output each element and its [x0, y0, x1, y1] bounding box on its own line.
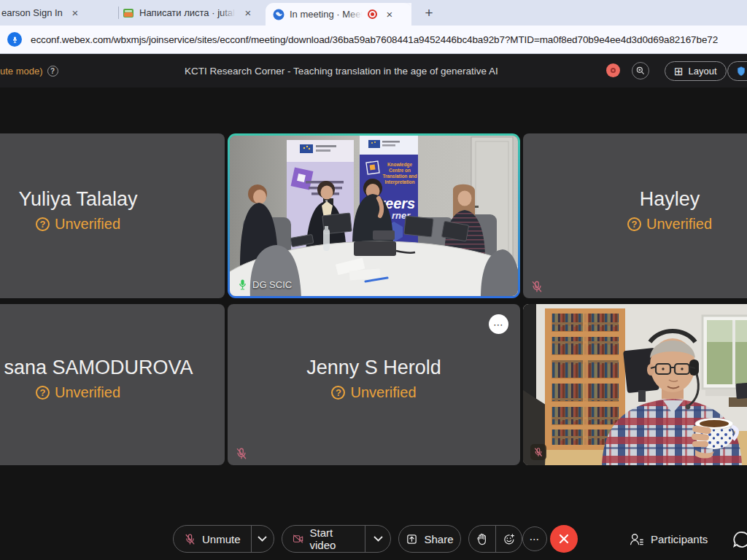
- new-tab-button[interactable]: +: [420, 4, 438, 22]
- share-label: Share: [424, 533, 453, 545]
- leave-meeting-button[interactable]: [550, 525, 578, 553]
- address-bar[interactable]: ecconf.webex.com/wbxmjs/joinservice/site…: [0, 26, 747, 54]
- video-grid: Yuliya Talalay ? Unverified: [0, 88, 747, 560]
- tab-pearson[interactable]: earson Sign In ×: [0, 0, 115, 26]
- unverified-question-icon: ?: [331, 386, 345, 400]
- tile-participant-video[interactable]: [523, 304, 747, 465]
- svg-text:Interpretation: Interpretation: [384, 179, 414, 185]
- tab-title: earson Sign In: [1, 7, 63, 18]
- url-text: ecconf.webex.com/wbxmjs/joinservice/site…: [31, 34, 718, 45]
- participant-video: [523, 304, 747, 465]
- start-video-button-group: Start video: [282, 525, 391, 553]
- status-badge: ? Unverified: [331, 384, 416, 401]
- layout-label: Layout: [689, 66, 717, 77]
- meeting-header: ute mode) ? KCTI Research Corner - Teach…: [0, 54, 747, 88]
- share-button[interactable]: Share: [398, 525, 461, 553]
- participants-icon: [629, 532, 644, 546]
- tab-title: In meeting · Meeting · We: [290, 9, 363, 20]
- mute-mode-note: ute mode) ?: [0, 54, 58, 88]
- unverified-question-icon: ?: [36, 217, 50, 231]
- tab-title: Написати листа · jutal@ukr.: [139, 7, 236, 18]
- svg-text:Knowledge: Knowledge: [387, 162, 413, 168]
- svg-text:Centre on: Centre on: [389, 168, 411, 173]
- chevron-down-icon: [374, 536, 383, 542]
- tab-meeting-active[interactable]: In meeting · Meeting · We ×: [266, 3, 411, 26]
- tile-dg-scic-active-border: Knowledge Centre on Translation and Inte…: [228, 133, 520, 298]
- unmute-label: Unmute: [202, 533, 241, 545]
- mail-favicon: [123, 7, 134, 19]
- chat-button[interactable]: [732, 530, 747, 549]
- close-icon[interactable]: ×: [383, 8, 396, 21]
- browser-tab-strip: earson Sign In × Написати листа · jutal@…: [0, 0, 747, 26]
- raised-hand-icon: [476, 533, 487, 545]
- mic-live-icon: [238, 279, 247, 290]
- raise-hand-button[interactable]: [469, 526, 495, 552]
- mic-muted-icon: [184, 533, 196, 545]
- smiley-add-icon: [503, 533, 515, 545]
- mic-muted-icon: [530, 280, 543, 293]
- meeting-controls: Unmute Start video: [0, 525, 747, 556]
- webex-favicon: [273, 9, 285, 20]
- meeting-title: KCTI Research Corner - Teaching translat…: [185, 54, 498, 88]
- reactions-button[interactable]: [495, 526, 522, 552]
- status-badge: ? Unverified: [36, 384, 120, 401]
- dg-scic-video: Knowledge Centre on Translation and Inte…: [230, 136, 518, 296]
- reactions-button-group: [468, 525, 522, 553]
- participant-name: Jenny S Herold: [306, 357, 441, 379]
- audio-options-button[interactable]: [251, 526, 274, 552]
- help-icon[interactable]: ?: [47, 66, 58, 77]
- chat-bubble-icon: [732, 530, 747, 549]
- tile-hayley[interactable]: Hayley ? Unverified: [523, 133, 747, 298]
- grid-icon: ⊞: [674, 66, 684, 77]
- unverified-question-icon: ?: [627, 217, 641, 231]
- tile-dg-scic[interactable]: Knowledge Centre on Translation and Inte…: [230, 136, 518, 296]
- start-video-label: Start video: [309, 526, 355, 551]
- unmute-button[interactable]: Unmute: [174, 526, 251, 552]
- assistant-button[interactable]: [727, 61, 747, 81]
- close-icon[interactable]: ×: [69, 7, 82, 20]
- unverified-question-icon: ?: [36, 386, 50, 400]
- tile-jenny-herold[interactable]: Jenny S Herold ? Unverified ⋯: [228, 304, 520, 465]
- unmute-button-group: Unmute: [173, 525, 274, 553]
- status-badge: ? Unverified: [627, 216, 712, 233]
- svg-text:Translation and: Translation and: [382, 174, 417, 179]
- mic-muted-badge: [530, 444, 546, 460]
- video-options-button[interactable]: [365, 526, 390, 552]
- mic-muted-icon: [235, 447, 248, 460]
- tab-separator: [118, 7, 119, 19]
- tile-samodurova[interactable]: sana SAMODUROVA ? Unverified: [0, 304, 225, 465]
- close-icon: [558, 533, 570, 545]
- mic-muted-icon: [533, 447, 543, 457]
- tile-more-options-button[interactable]: ⋯: [489, 314, 508, 334]
- chevron-down-icon: [258, 536, 267, 542]
- participants-button[interactable]: Participants: [629, 525, 708, 553]
- webex-meeting-window: earson Sign In × Написати листа · jutal@…: [0, 0, 747, 560]
- status-badge: ? Unverified: [36, 216, 120, 233]
- recording-indicator-icon: [606, 63, 620, 77]
- layout-button[interactable]: ⊞ Layout: [665, 61, 727, 81]
- tab-recording-icon: [368, 9, 377, 19]
- camera-off-icon: [293, 533, 303, 545]
- participants-label: Participants: [651, 533, 708, 545]
- zoom-in-button[interactable]: [632, 62, 649, 79]
- start-video-button[interactable]: Start video: [282, 526, 365, 552]
- tab-mail[interactable]: Написати листа · jutal@ukr. ×: [123, 0, 261, 26]
- mic-permission-icon[interactable]: [7, 32, 22, 47]
- active-speaker-label: DG SCIC: [238, 279, 292, 290]
- close-icon[interactable]: ×: [241, 7, 255, 20]
- participant-name: Hayley: [640, 188, 700, 211]
- participant-name: sana SAMODUROVA: [4, 357, 193, 379]
- share-icon: [406, 533, 418, 545]
- tile-yuliya-talalay[interactable]: Yuliya Talalay ? Unverified: [0, 133, 225, 298]
- participant-name: Yuliya Talalay: [18, 188, 137, 211]
- more-options-button[interactable]: ⋯: [522, 526, 547, 551]
- shield-icon: [735, 66, 747, 77]
